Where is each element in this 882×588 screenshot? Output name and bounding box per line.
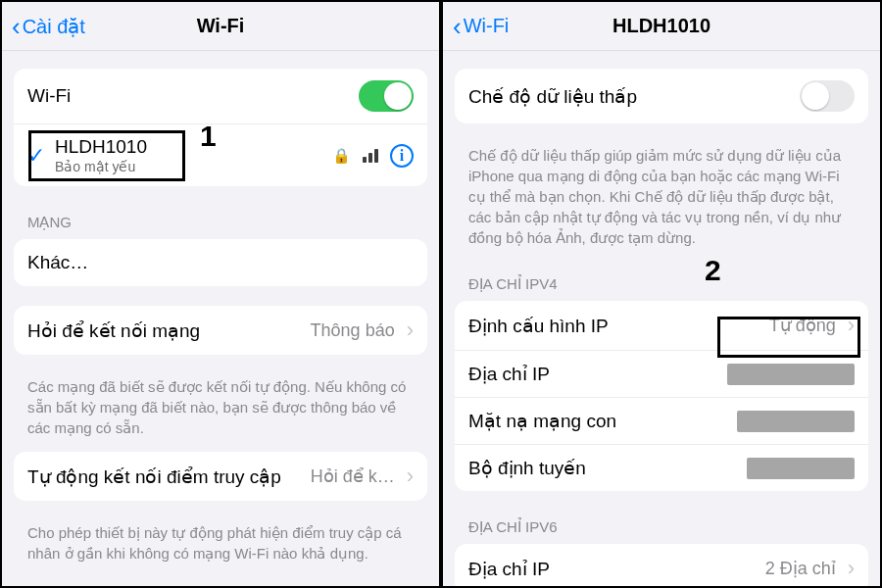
wifi-switch[interactable] xyxy=(359,80,414,112)
page-title: HLDH1010 xyxy=(612,15,710,37)
auto-hotspot-row[interactable]: Tự động kết nối điểm truy cập Hỏi để k… … xyxy=(14,452,427,501)
ipv6-address-label: Địa chỉ IP xyxy=(468,558,550,580)
router-row: Bộ định tuyến xyxy=(455,444,868,491)
ask-join-label: Hỏi để kết nối mạng xyxy=(27,319,200,342)
configure-ip-label: Định cấu hình IP xyxy=(468,315,609,337)
configure-ip-value: Tự động xyxy=(769,315,836,336)
ip-address-value-redacted xyxy=(727,364,855,385)
chevron-left-icon: ‹ xyxy=(453,14,462,39)
chevron-right-icon: › xyxy=(407,464,414,489)
other-networks-card: Khác… xyxy=(14,239,427,286)
low-data-label: Chế độ dữ liệu thấp xyxy=(468,85,637,108)
ask-join-footer: Các mạng đã biết sẽ được kết nối tự động… xyxy=(14,368,427,452)
connected-network-row[interactable]: ✓ HLDH1010 Bảo mật yếu 🔒 i xyxy=(14,123,427,186)
subnet-mask-row: Mặt nạ mạng con xyxy=(455,397,868,444)
navbar: ‹ Cài đặt Wi-Fi xyxy=(2,2,439,51)
chevron-right-icon: › xyxy=(848,313,855,338)
subnet-mask-value-redacted xyxy=(737,411,855,432)
page-title: Wi-Fi xyxy=(197,15,245,37)
auto-hotspot-value: Hỏi để k… xyxy=(311,466,395,487)
auto-hotspot-label: Tự động kết nối điểm truy cập xyxy=(27,466,281,488)
back-button[interactable]: ‹ Wi-Fi xyxy=(453,14,509,39)
connected-network-name: HLDH1010 xyxy=(55,136,147,158)
back-button[interactable]: ‹ Cài đặt xyxy=(12,14,85,39)
connected-network-security: Bảo mật yếu xyxy=(55,159,147,174)
subnet-mask-label: Mặt nạ mạng con xyxy=(468,410,616,432)
networks-header: MẠNG xyxy=(14,200,427,239)
ipv4-header: ĐỊA CHỈ IPV4 xyxy=(455,262,868,301)
ask-join-row[interactable]: Hỏi để kết nối mạng Thông báo › xyxy=(14,306,427,355)
wifi-toggle-row[interactable]: Wi-Fi xyxy=(14,69,427,123)
ipv6-address-row[interactable]: Địa chỉ IP 2 Địa chỉ › xyxy=(455,544,868,586)
chevron-right-icon: › xyxy=(848,556,855,581)
other-label: Khác… xyxy=(27,252,88,273)
other-network-row[interactable]: Khác… xyxy=(14,239,427,286)
ip-address-row: Địa chỉ IP xyxy=(455,350,868,397)
router-label: Bộ định tuyến xyxy=(468,457,586,479)
ipv4-card: Định cấu hình IP Tự động › Địa chỉ IP Mặ… xyxy=(455,301,868,491)
wifi-detail-screen: ‹ Wi-Fi HLDH1010 Chế độ dữ liệu thấp Chế… xyxy=(441,0,882,588)
auto-hotspot-footer: Cho phép thiết bị này tự động phát hiện … xyxy=(14,514,427,577)
info-icon[interactable]: i xyxy=(390,144,414,168)
wifi-label: Wi-Fi xyxy=(27,85,71,107)
ip-address-label: Địa chỉ IP xyxy=(468,363,550,385)
wifi-signal-icon xyxy=(363,149,378,163)
router-value-redacted xyxy=(747,458,855,479)
content: Wi-Fi ✓ HLDH1010 Bảo mật yếu 🔒 i MẠNG xyxy=(2,51,439,586)
back-label: Wi-Fi xyxy=(464,15,510,37)
low-data-card: Chế độ dữ liệu thấp xyxy=(455,69,868,123)
back-label: Cài đặt xyxy=(23,15,85,38)
auto-hotspot-card: Tự động kết nối điểm truy cập Hỏi để k… … xyxy=(14,452,427,501)
content: Chế độ dữ liệu thấp Chế độ dữ liệu thấp … xyxy=(443,51,880,586)
low-data-footer: Chế độ dữ liệu thấp giúp giảm mức sử dụn… xyxy=(455,137,868,262)
wifi-settings-screen: ‹ Cài đặt Wi-Fi Wi-Fi ✓ HLDH1010 Bảo mật… xyxy=(0,0,441,588)
navbar: ‹ Wi-Fi HLDH1010 xyxy=(443,2,880,51)
ipv6-address-value: 2 Địa chỉ xyxy=(765,558,836,579)
lock-icon: 🔒 xyxy=(332,147,351,165)
low-data-row[interactable]: Chế độ dữ liệu thấp xyxy=(455,69,868,123)
chevron-left-icon: ‹ xyxy=(12,14,21,39)
wifi-toggle-card: Wi-Fi ✓ HLDH1010 Bảo mật yếu 🔒 i xyxy=(14,69,427,186)
low-data-switch[interactable] xyxy=(800,80,855,112)
checkmark-icon: ✓ xyxy=(27,143,45,169)
configure-ip-row[interactable]: Định cấu hình IP Tự động › xyxy=(455,301,868,350)
ipv6-header: ĐỊA CHỈ IPV6 xyxy=(455,505,868,544)
ask-join-card: Hỏi để kết nối mạng Thông báo › xyxy=(14,306,427,355)
ipv6-card: Địa chỉ IP 2 Địa chỉ › xyxy=(455,544,868,586)
ask-join-value: Thông báo xyxy=(311,320,395,341)
chevron-right-icon: › xyxy=(407,318,414,343)
